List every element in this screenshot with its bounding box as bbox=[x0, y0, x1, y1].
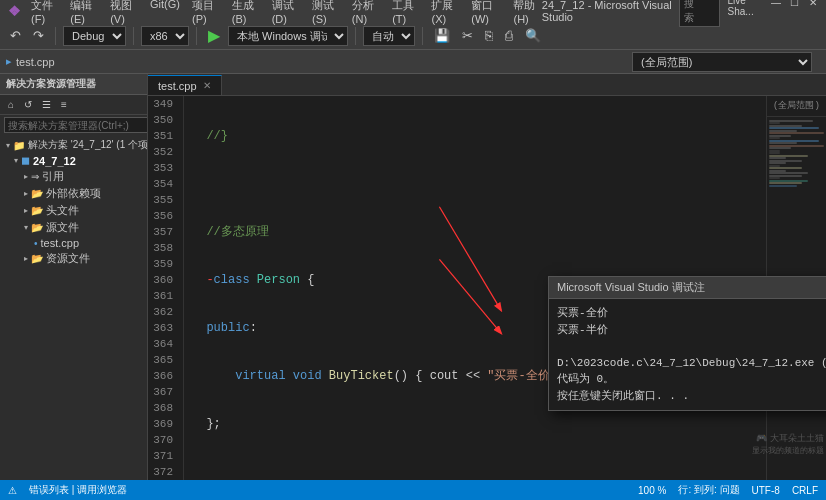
resources-arrow-icon: ▸ bbox=[24, 254, 28, 263]
sidebar-search-input[interactable] bbox=[4, 117, 148, 133]
toolbar-btn-2[interactable]: ✂ bbox=[458, 26, 477, 45]
solution-explorer: 解决方案资源管理器 ⌂ ↺ ☰ ≡ ▾ 📁 解决方案 '24_7_12' (1 … bbox=[0, 74, 148, 480]
minimize-button[interactable]: — bbox=[771, 0, 781, 9]
secondary-toolbar: ▸ test.cpp (全局范围) bbox=[0, 50, 826, 74]
editor-tab-testcpp[interactable]: test.cpp ✕ bbox=[148, 75, 222, 95]
platform-select[interactable]: x86 bbox=[141, 26, 189, 46]
external-arrow-icon: ▸ bbox=[24, 189, 28, 198]
minimap-label: (全局范围) bbox=[767, 96, 826, 117]
status-errors[interactable]: 错误列表 | 调用浏览器 bbox=[29, 483, 127, 497]
solution-icon: 📁 bbox=[13, 140, 25, 151]
menu-edit[interactable]: 编辑(E) bbox=[70, 0, 98, 25]
line-num-365: 365 bbox=[148, 352, 177, 368]
project-icon: ◼ bbox=[21, 154, 30, 167]
project-arrow-icon: ▾ bbox=[14, 156, 18, 165]
editor-wrapper: 349 350 351 352 353 354 355 356 357 358 … bbox=[148, 96, 826, 480]
headers-label: 头文件 bbox=[46, 203, 79, 218]
code-line-349: //} bbox=[192, 128, 766, 144]
terminal-titlebar: Microsoft Visual Studio 调试注 + × bbox=[549, 277, 826, 299]
title-bar-left: ❖ 文件(F) 编辑(E) 视图(V) Git(G) 项目(P) 生成(B) 调… bbox=[8, 0, 542, 25]
line-numbers: 349 350 351 352 353 354 355 356 357 358 … bbox=[148, 96, 184, 480]
menu-window[interactable]: 窗口(W) bbox=[471, 0, 501, 25]
toolbar-btn-1[interactable]: 💾 bbox=[430, 26, 454, 45]
project-node[interactable]: ▾ ◼ 24_7_12 bbox=[0, 153, 147, 168]
undo-button[interactable]: ↶ bbox=[6, 26, 25, 45]
menu-view[interactable]: 视图(V) bbox=[110, 0, 138, 25]
sidebar-item-refs[interactable]: ▸ ⇒ 引用 bbox=[0, 168, 147, 185]
solution-arrow-icon: ▾ bbox=[6, 141, 10, 150]
line-num-369: 369 bbox=[148, 416, 177, 432]
code-line-350 bbox=[192, 176, 766, 192]
sidebar-item-headers[interactable]: ▸ 📂 头文件 bbox=[0, 202, 147, 219]
tab-close-button[interactable]: ✕ bbox=[203, 80, 211, 91]
line-num-357: 357 bbox=[148, 224, 177, 240]
auto-select[interactable]: 自动 bbox=[363, 26, 415, 46]
search-box[interactable]: 搜索 bbox=[679, 0, 720, 27]
title-bar: ❖ 文件(F) 编辑(E) 视图(V) Git(G) 项目(P) 生成(B) 调… bbox=[0, 0, 826, 22]
minimap-content bbox=[767, 117, 826, 189]
run-button[interactable]: ▶ bbox=[204, 26, 224, 45]
menu-extensions[interactable]: 扩展(X) bbox=[431, 0, 459, 25]
target-select[interactable]: 本地 Windows 调试器 bbox=[228, 26, 348, 46]
line-num-349: 349 bbox=[148, 96, 177, 112]
toolbar-btn-4[interactable]: ⎙ bbox=[501, 26, 517, 45]
scope-select[interactable]: (全局范围) bbox=[632, 52, 812, 72]
debug-config-select[interactable]: Debug bbox=[63, 26, 126, 46]
sidebar-btn-4[interactable]: ≡ bbox=[57, 97, 71, 112]
line-num-359: 359 bbox=[148, 256, 177, 272]
menu-file[interactable]: 文件(F) bbox=[31, 0, 58, 25]
sidebar-item-testcpp[interactable]: • test.cpp bbox=[0, 236, 147, 250]
sidebar-item-external[interactable]: ▸ 📂 外部依赖项 bbox=[0, 185, 147, 202]
line-num-361: 361 bbox=[148, 288, 177, 304]
line-num-367: 367 bbox=[148, 384, 177, 400]
line-num-366: 366 bbox=[148, 368, 177, 384]
separator-1 bbox=[55, 27, 56, 45]
terminal-line-5: 按任意键关闭此窗口. . . bbox=[557, 388, 826, 405]
editor-area: test.cpp ✕ 349 350 351 352 353 354 355 3… bbox=[148, 74, 826, 480]
sidebar-item-sources[interactable]: ▾ 📂 源文件 bbox=[0, 219, 147, 236]
sources-label: 源文件 bbox=[46, 220, 79, 235]
status-left: ⚠ 错误列表 | 调用浏览器 bbox=[8, 483, 127, 497]
title-bar-right: 搜索 Live Sha... — ☐ ✕ bbox=[679, 0, 818, 27]
sidebar-btn-1[interactable]: ⌂ bbox=[4, 97, 18, 112]
status-zoom[interactable]: 100 % bbox=[638, 485, 666, 496]
line-num-370: 370 bbox=[148, 432, 177, 448]
headers-arrow-icon: ▸ bbox=[24, 206, 28, 215]
sources-icon: 📂 bbox=[31, 222, 43, 233]
menu-help[interactable]: 帮助(H) bbox=[513, 0, 541, 25]
toolbar-btn-3[interactable]: ⎘ bbox=[481, 26, 497, 45]
menu-tools[interactable]: 工具(T) bbox=[392, 0, 419, 25]
live-share-label[interactable]: Live Sha... bbox=[728, 0, 763, 27]
menu-test[interactable]: 测试(S) bbox=[312, 0, 340, 25]
code-line-356 bbox=[192, 464, 766, 480]
menu-project[interactable]: 项目(P) bbox=[192, 0, 220, 25]
file-tab-label[interactable]: test.cpp bbox=[16, 56, 55, 68]
tab-label: test.cpp bbox=[158, 80, 197, 92]
menu-git[interactable]: Git(G) bbox=[150, 0, 180, 25]
toolbar-btn-5[interactable]: 🔍 bbox=[521, 26, 545, 45]
terminal-panel: Microsoft Visual Studio 调试注 + × 买票-全价 买票… bbox=[548, 276, 826, 411]
menu-build[interactable]: 生成(B) bbox=[232, 0, 260, 25]
terminal-line-4: D:\2023code.c\24_7_12\Debug\24_7_12.exe … bbox=[557, 355, 826, 388]
sidebar-btn-3[interactable]: ☰ bbox=[38, 97, 55, 112]
sidebar-btn-2[interactable]: ↺ bbox=[20, 97, 36, 112]
menu-bar[interactable]: 文件(F) 编辑(E) 视图(V) Git(G) 项目(P) 生成(B) 调试(… bbox=[31, 0, 542, 25]
solution-node[interactable]: ▾ 📁 解决方案 '24_7_12' (1 个项目，共 1 个) bbox=[0, 137, 147, 153]
separator-3 bbox=[196, 27, 197, 45]
status-encoding[interactable]: UTF-8 bbox=[752, 485, 780, 496]
redo-button[interactable]: ↷ bbox=[29, 26, 48, 45]
menu-debug[interactable]: 调试(D) bbox=[272, 0, 300, 25]
status-line-info[interactable]: 行: 到列: 问题 bbox=[678, 483, 739, 497]
menu-analyze[interactable]: 分析(N) bbox=[352, 0, 380, 25]
testcpp-icon: • bbox=[34, 238, 38, 249]
sidebar-item-resources[interactable]: ▸ 📂 资源文件 bbox=[0, 250, 147, 267]
line-num-360: 360 bbox=[148, 272, 177, 288]
scope-selector: (全局范围) bbox=[59, 52, 820, 72]
terminal-content: 买票-全价 买票-半价 D:\2023code.c\24_7_12\Debug\… bbox=[549, 299, 826, 410]
terminal-line-2: 买票-半价 bbox=[557, 322, 826, 339]
line-num-356: 356 bbox=[148, 208, 177, 224]
maximize-button[interactable]: ☐ bbox=[789, 0, 799, 9]
status-line-ending[interactable]: CRLF bbox=[792, 485, 818, 496]
close-button[interactable]: ✕ bbox=[808, 0, 818, 9]
testcpp-label: test.cpp bbox=[41, 237, 80, 249]
